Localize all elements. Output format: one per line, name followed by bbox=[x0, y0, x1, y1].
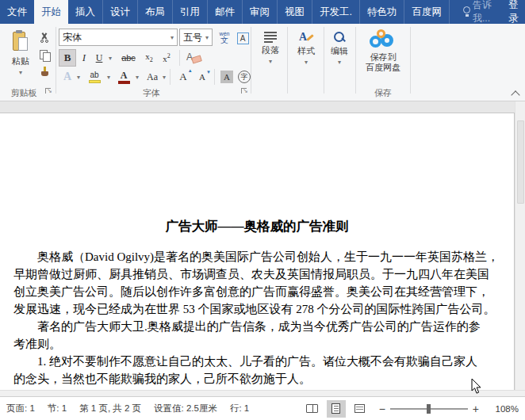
format-painter-button[interactable] bbox=[36, 63, 52, 81]
font-group-label: 字体 bbox=[59, 87, 244, 99]
group-separator bbox=[287, 27, 288, 94]
read-mode-button[interactable] bbox=[303, 400, 322, 418]
editing-group-button[interactable]: 编辑 bbox=[325, 27, 354, 87]
dropdown-arrow-icon bbox=[305, 56, 308, 66]
highlight-dropdown[interactable] bbox=[105, 68, 113, 86]
zoom-in-button[interactable]: + bbox=[468, 403, 484, 415]
chevron-down-icon[interactable]: ▾ bbox=[171, 34, 174, 41]
ribbon: 粘贴 剪贴板 宋体 ▾ 五号 ▾ wén 文 A B I U abc bbox=[0, 24, 525, 101]
clipboard-group-label: 剪贴板 bbox=[2, 87, 46, 99]
text-line[interactable]: 奥格威（David Ogilvy)是著名的奥美国际广告公司创始人，生于一九一一年… bbox=[13, 248, 501, 265]
vertical-scrollbar[interactable] bbox=[515, 101, 525, 390]
collapse-ribbon-chevron-icon[interactable] bbox=[511, 90, 519, 99]
document-area: 广告大师——奥格威的广告准则 奥格威（David Ogilvy)是著名的奥美国际… bbox=[0, 101, 525, 396]
dropdown-arrow-icon bbox=[19, 67, 22, 76]
eraser-icon: A bbox=[186, 52, 204, 64]
paste-button[interactable]: 粘贴 bbox=[5, 27, 36, 87]
tab-special-features[interactable]: 特色功 bbox=[360, 0, 405, 24]
scissors-icon bbox=[39, 32, 50, 43]
tab-design[interactable]: 设计 bbox=[103, 0, 138, 24]
italic-button[interactable]: I bbox=[78, 49, 90, 67]
save-to-baidu-button[interactable]: 保存到 百度网盘 bbox=[358, 27, 408, 87]
tab-insert[interactable]: 插入 bbox=[68, 0, 103, 24]
print-layout-button[interactable] bbox=[327, 400, 346, 418]
enclose-characters-button[interactable]: 字 bbox=[236, 68, 252, 86]
status-page-count[interactable]: 第 1 页, 共 2 页 bbox=[79, 403, 141, 414]
tab-references[interactable]: 引用 bbox=[173, 0, 208, 24]
editing-label: 编辑 bbox=[331, 46, 348, 56]
tab-file[interactable]: 文件 bbox=[0, 0, 34, 24]
styles-group-button[interactable]: A 样式 bbox=[290, 27, 322, 87]
zoom-level[interactable]: 108% bbox=[492, 404, 519, 414]
dropdown-arrow-icon bbox=[269, 55, 272, 65]
change-case-dropdown[interactable] bbox=[160, 68, 168, 86]
tab-baidu-netdisk[interactable]: 百度网 bbox=[404, 0, 450, 24]
status-line-number[interactable]: 行: 1 bbox=[230, 403, 249, 414]
clear-formatting-button[interactable]: A bbox=[184, 49, 206, 67]
text-line[interactable]: 考准则。 bbox=[13, 335, 501, 353]
subscript-button[interactable]: x2 bbox=[141, 49, 157, 67]
font-dialog-launcher[interactable] bbox=[241, 88, 249, 96]
change-case-button[interactable]: Aa bbox=[143, 68, 162, 86]
text-line[interactable]: 的念头，当然也不能欺骗我的家人，己所不欲勿施于人。 bbox=[13, 370, 501, 388]
baidu-label-line2: 百度网盘 bbox=[366, 63, 400, 72]
phonetic-guide-button[interactable]: wén 文 bbox=[216, 29, 233, 46]
zoom-slider[interactable] bbox=[390, 408, 468, 410]
clipboard-dialog-launcher[interactable] bbox=[45, 88, 53, 96]
zoom-slider-thumb[interactable] bbox=[427, 404, 431, 414]
tab-view[interactable]: 视图 bbox=[278, 0, 312, 24]
text-line[interactable]: 创立奥美广告公司。随后以创作许多富创意的广告而赢得盛誉。奥美公司在其经营管理下， bbox=[13, 283, 501, 300]
zoom-out-button[interactable]: − bbox=[374, 403, 390, 415]
text-line[interactable]: 1. 绝对不要制作不愿意让自己的太太、儿子看的广告。诸位大概不会有欺骗自己家人 bbox=[13, 353, 501, 370]
enclose-characters-icon: 字 bbox=[238, 71, 251, 83]
document-page[interactable]: 广告大师——奥格威的广告准则 奥格威（David Ogilvy)是著名的奥美国际… bbox=[0, 113, 515, 390]
font-color-dropdown[interactable] bbox=[133, 68, 141, 86]
zoom-control: − + 108% bbox=[374, 403, 519, 415]
tab-layout[interactable]: 布局 bbox=[138, 0, 173, 24]
vertical-scrollbar-thumb[interactable] bbox=[517, 120, 524, 204]
paragraph-group-button[interactable]: 段落 bbox=[254, 27, 287, 87]
web-layout-button[interactable] bbox=[351, 400, 370, 418]
mouse-cursor bbox=[471, 379, 482, 395]
grow-font-button[interactable]: A bbox=[174, 68, 192, 86]
copy-button[interactable] bbox=[36, 46, 52, 63]
font-size-value: 五号 bbox=[183, 31, 205, 44]
chevron-down-icon[interactable]: ▾ bbox=[205, 34, 209, 41]
horizontal-scrollbar[interactable] bbox=[0, 390, 525, 396]
document-body: 奥格威（David Ogilvy)是著名的奥美国际广告公司创始人，生于一九一一年… bbox=[13, 248, 501, 388]
strikethrough-button[interactable]: abc bbox=[117, 49, 140, 67]
tab-developer[interactable]: 开发工. bbox=[312, 0, 360, 24]
dropdown-arrow-icon bbox=[338, 56, 341, 66]
tab-mailings[interactable]: 邮件 bbox=[208, 0, 243, 24]
group-separator bbox=[324, 27, 324, 94]
font-color-button[interactable]: A bbox=[114, 68, 133, 86]
document-title[interactable]: 广告大师——奥格威的广告准则 bbox=[0, 218, 514, 235]
text-effects-button[interactable]: A bbox=[59, 68, 76, 86]
character-shading-button[interactable]: A bbox=[219, 68, 235, 86]
cut-button[interactable] bbox=[36, 29, 52, 46]
phonetic-guide-icon: wén 文 bbox=[220, 31, 230, 44]
group-separator bbox=[56, 27, 56, 94]
superscript-button[interactable]: x2 bbox=[159, 49, 174, 67]
tell-me-search[interactable]: 告诉我... bbox=[458, 0, 499, 24]
tab-review[interactable]: 审阅 bbox=[243, 0, 278, 24]
font-size-combo[interactable]: 五号 ▾ bbox=[179, 29, 213, 46]
highlight-button[interactable]: ab bbox=[84, 68, 105, 86]
group-separator bbox=[355, 27, 356, 94]
font-name-combo[interactable]: 宋体 ▾ bbox=[59, 29, 178, 46]
shrink-font-button[interactable]: A bbox=[194, 68, 211, 86]
paste-clipboard-icon bbox=[12, 30, 29, 54]
text-line[interactable]: 早期曾做过厨师、厨具推销员、市场调查员、农夫及英国情报局职员。于一九四八年在美国 bbox=[13, 265, 501, 283]
status-section[interactable]: 节: 1 bbox=[48, 403, 67, 414]
login-button[interactable]: 登录 bbox=[499, 0, 525, 24]
status-setting-value[interactable]: 设置值: 2.5厘米 bbox=[154, 403, 217, 414]
status-page[interactable]: 页面: 1 bbox=[6, 403, 35, 414]
text-effects-dropdown[interactable] bbox=[75, 68, 82, 86]
character-border-button[interactable]: A bbox=[235, 29, 251, 47]
text-line[interactable]: 著名的广告大师大卫.奥格威提出的广告信条，成为当今优秀广告公司的广告运作的参 bbox=[13, 318, 501, 335]
tab-home[interactable]: 开始 bbox=[34, 0, 68, 24]
underline-dropdown[interactable] bbox=[106, 49, 114, 67]
text-line[interactable]: 发展迅速，现今已经成为在世界 53 个国家或地区设有 278 个分公司的国际性跨… bbox=[13, 300, 501, 318]
underline-button[interactable]: U bbox=[92, 49, 106, 67]
bold-button[interactable]: B bbox=[59, 49, 76, 67]
